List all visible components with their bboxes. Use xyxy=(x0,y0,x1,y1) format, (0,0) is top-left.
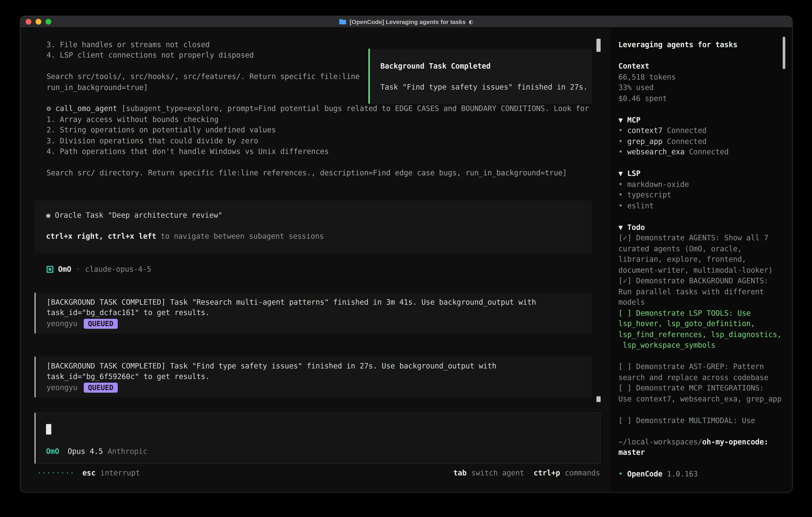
gear-icon: ⚙ xyxy=(47,104,51,113)
context-used: 33% used xyxy=(618,82,784,93)
prompt-input[interactable]: OmO Opus 4.5 Anthropic xyxy=(35,412,601,464)
statusbar-right: tab switch agent ctrl+p commands xyxy=(453,467,600,478)
bullet-icon: • xyxy=(618,147,623,156)
spinner-dots-icon: ········ xyxy=(37,467,75,478)
terminal-output-block-2: 1. Array access without bounds checking … xyxy=(47,114,567,178)
mcp-heading: MCP xyxy=(627,115,640,124)
tab-key-label: switch agent xyxy=(471,467,524,478)
esc-key-hint: esc xyxy=(82,467,95,478)
todo-item-pending: [ ] Demonstrate MULTIMODAL: Use xyxy=(618,415,784,426)
mcp-item: • context7 Connected xyxy=(618,125,784,136)
mcp-item: • websearch_exa Connected xyxy=(618,146,784,157)
notification-title: Background Task Completed xyxy=(380,61,592,71)
mcp-server-name: websearch_exa xyxy=(627,147,685,156)
app-name: OpenCode xyxy=(627,470,663,478)
mcp-server-name: context7 xyxy=(627,126,663,135)
todo-heading: Todo xyxy=(627,223,645,231)
session-status-icon: ◐ xyxy=(469,19,473,25)
statusbar-left: ········ esc interrupt xyxy=(37,467,140,478)
lsp-server-list: • markdown-oxide • typescript • eslint xyxy=(618,179,784,211)
todo-section-header[interactable]: ▼ Todo xyxy=(618,222,784,233)
mcp-server-name: grep_app xyxy=(627,137,663,145)
message-body: [BACKGROUND TASK COMPLETED] Task "Find t… xyxy=(47,361,583,382)
session-title: Leveraging agents for tasks xyxy=(618,39,784,50)
message-author: yeongyu xyxy=(47,318,78,329)
collapse-triangle-icon: ▼ xyxy=(618,223,623,231)
agent-model: claude-opus-4-5 xyxy=(85,264,151,274)
prompt-footer: OmO Opus 4.5 Anthropic xyxy=(46,446,147,457)
ctrlp-key-label: commands xyxy=(565,467,600,478)
active-provider-label: Anthropic xyxy=(108,446,147,457)
desktop: [OpenCode] Leveraging agents for tasks ◐… xyxy=(0,0,812,517)
window-titlebar[interactable]: [OpenCode] Leveraging agents for tasks ◐ xyxy=(20,16,792,28)
todo-item-done: [✓] Demonstrate BACKGROUND AGENTS: Run p… xyxy=(618,275,784,307)
lsp-heading: LSP xyxy=(627,169,640,178)
oracle-task-title: Oracle Task "Deep architecture review" xyxy=(55,211,223,219)
context-spent: $0.46 spent xyxy=(618,93,784,104)
todo-item-done: [✓] Demonstrate AGENTS: Show all 7 curat… xyxy=(618,233,784,275)
agent-header: OmO · claude-opus-4-5 xyxy=(47,263,151,275)
oracle-task-title-line: ◉ Oracle Task "Deep architecture review" xyxy=(46,210,591,220)
workspace-repo: oh-my-opencode: xyxy=(702,437,768,446)
sidebar: Leveraging agents for tasks Context 66,5… xyxy=(611,28,792,493)
oracle-task-card: ◉ Oracle Task "Deep architecture review"… xyxy=(35,200,592,253)
collapse-triangle-icon: ▼ xyxy=(618,169,623,178)
collapse-triangle-icon: ▼ xyxy=(618,115,623,124)
notification-toast: Background Task Completed Task "Find typ… xyxy=(368,49,591,104)
tool-call-line: ⚙ call_omo_agent [subagent_type=explore,… xyxy=(47,103,589,114)
tab-key-hint: tab xyxy=(453,467,467,478)
mcp-server-status: Connected xyxy=(667,126,707,135)
message-meta: yeongyu QUEUED xyxy=(47,318,583,329)
agent-name: OmO xyxy=(58,264,71,274)
shortcut-keys: ctrl+x right, ctrl+x left xyxy=(46,232,156,241)
todo-item-pending: [ ] Demonstrate MCP INTEGRATIONS: Use co… xyxy=(618,383,784,404)
sidebar-scrollbar-thumb[interactable] xyxy=(783,36,785,69)
bullet-icon: • xyxy=(618,126,623,135)
oracle-icon: ◉ xyxy=(46,211,50,219)
mcp-server-status: Connected xyxy=(689,147,729,156)
window-title: [OpenCode] Leveraging agents for tasks xyxy=(350,19,466,25)
lsp-section-header[interactable]: ▼ LSP xyxy=(618,168,784,179)
active-model-label: Opus 4.5 xyxy=(68,446,103,457)
terminal-window: [OpenCode] Leveraging agents for tasks ◐… xyxy=(20,16,793,493)
main-scrollbar-mark[interactable] xyxy=(597,396,601,402)
oracle-shortcut-hint: ctrl+x right, ctrl+x left to navigate be… xyxy=(46,231,591,242)
message-author: yeongyu xyxy=(47,382,78,393)
mcp-item: • grep_app Connected xyxy=(618,136,784,147)
main-scrollbar-thumb[interactable] xyxy=(597,39,601,52)
app-version: 1.0.163 xyxy=(667,470,698,478)
queued-badge: QUEUED xyxy=(84,319,118,328)
bullet-icon: • xyxy=(618,137,623,145)
shortcut-description: to navigate between subagent sessions xyxy=(161,232,324,241)
message-body: [BACKGROUND TASK COMPLETED] Task "Resear… xyxy=(47,297,583,318)
tool-call-name: call_omo_agent xyxy=(55,104,117,113)
todo-item-active: [ ] Demonstrate LSP TOOLS: Use lsp_hover… xyxy=(618,307,784,351)
ctrlp-key-hint: ctrl+p xyxy=(534,467,560,478)
workspace-branch: master xyxy=(618,447,784,458)
folder-icon xyxy=(339,19,346,25)
background-task-message-1: [BACKGROUND TASK COMPLETED] Task "Resear… xyxy=(35,293,592,334)
agent-separator: · xyxy=(76,264,80,274)
mcp-server-status: Connected xyxy=(667,137,707,145)
esc-key-label: interrupt xyxy=(100,467,140,478)
context-heading: Context xyxy=(618,61,784,72)
window-title-group: [OpenCode] Leveraging agents for tasks ◐ xyxy=(20,16,792,27)
notification-body: Task "Find type safety issues" finished … xyxy=(380,82,592,92)
active-agent-label: OmO xyxy=(46,446,59,457)
version-line: • OpenCode 1.0.163 xyxy=(618,469,784,480)
workspace-path: ~/local-workspaces/oh-my-opencode: xyxy=(618,436,784,447)
background-task-message-2: [BACKGROUND TASK COMPLETED] Task "Find t… xyxy=(35,356,592,398)
terminal-output-block-1: 3. File handles or streams not closed 4.… xyxy=(47,39,360,92)
tool-call-args: [subagent_type=explore, prompt=Find pote… xyxy=(121,104,589,113)
queued-badge: QUEUED xyxy=(84,382,118,392)
mcp-section-header[interactable]: ▼ MCP xyxy=(618,114,784,125)
terminal-pane: 3. File handles or streams not closed 4.… xyxy=(20,28,611,493)
text-cursor xyxy=(46,424,51,434)
context-tokens: 66,518 tokens xyxy=(618,71,784,82)
todo-item-pending: [ ] Demonstrate AST-GREP: Pattern search… xyxy=(618,361,784,383)
omo-agent-icon xyxy=(47,266,53,272)
message-meta: yeongyu QUEUED xyxy=(47,382,583,393)
workspace-path-prefix: ~/local-workspaces/ xyxy=(618,437,702,446)
bullet-icon: • xyxy=(618,470,623,478)
